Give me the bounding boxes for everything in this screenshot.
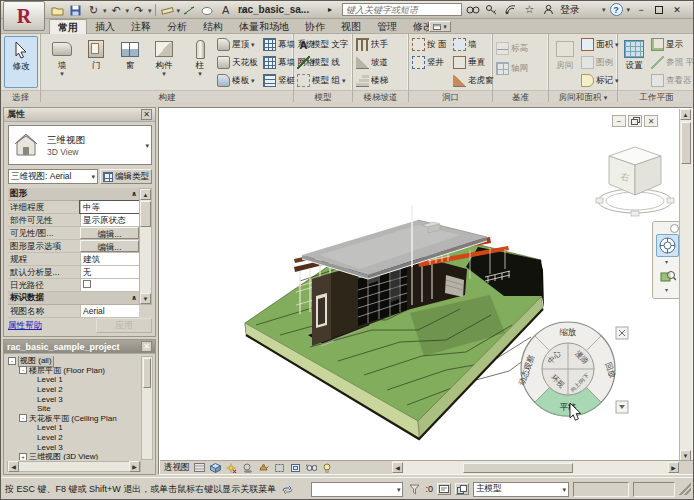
stair-button[interactable]: 楼梯: [356, 72, 388, 89]
panel-select-label[interactable]: 选择: [1, 90, 40, 102]
group-identity-data[interactable]: 标识数据∧: [8, 292, 139, 305]
tree-node-ceiling-level1[interactable]: Level 1: [7, 423, 141, 433]
workplane-set-button[interactable]: 设置: [619, 36, 649, 88]
selection-filter-icon[interactable]: [407, 483, 421, 495]
signin-dropdown-icon[interactable]: ▾: [602, 6, 606, 13]
properties-help-link[interactable]: 属性帮助: [8, 320, 42, 332]
model-text-button[interactable]: A 模型 文字: [297, 36, 348, 53]
grid-button[interactable]: 轴网: [496, 60, 528, 77]
ceiling-button[interactable]: 天花板: [217, 54, 258, 71]
visibility-edit-button[interactable]: 编辑...: [80, 227, 139, 239]
room-button[interactable]: 房间: [550, 36, 580, 88]
tree-node-level1[interactable]: Level 1: [7, 375, 141, 385]
temporary-hide-isolate-icon[interactable]: [305, 462, 318, 474]
scrollbar-thumb[interactable]: [140, 201, 151, 227]
rendering-dialog-icon[interactable]: [257, 462, 270, 474]
scroll-up-icon[interactable]: ▲: [680, 109, 691, 120]
model-canvas[interactable]: − ✕ 右: [160, 109, 680, 461]
tab-home[interactable]: 常用: [49, 19, 87, 34]
measure-icon[interactable]: [159, 3, 176, 18]
tab-massing-site[interactable]: 体量和场地: [231, 19, 297, 34]
reveal-hidden-icon[interactable]: [321, 462, 334, 474]
open-icon[interactable]: [49, 3, 66, 18]
level-button[interactable]: 标高: [496, 40, 528, 57]
tree-node-ceiling-level2[interactable]: Level 2: [7, 433, 141, 443]
undo-icon[interactable]: ↶: [108, 3, 125, 18]
undo-dropdown-icon[interactable]: ▾: [126, 7, 130, 14]
canvas-hscrollbar[interactable]: ◀ ▶: [392, 461, 679, 474]
tree-node-level3[interactable]: Level 3: [7, 394, 141, 404]
design-options-icon[interactable]: [455, 483, 469, 495]
component-button[interactable]: 构件▾: [147, 36, 181, 88]
tab-manage[interactable]: 管理: [369, 19, 405, 34]
redo-dropdown-icon[interactable]: ▾: [148, 7, 152, 14]
hscroll-thumb[interactable]: [463, 463, 573, 473]
browser-close-icon[interactable]: ✕: [141, 341, 152, 352]
text-icon[interactable]: A: [217, 3, 234, 18]
steering-wheel[interactable]: 缩放 动态观察 回放 平移 中心 漫游 环视 向上/向下: [518, 319, 634, 423]
opening-by-face-button[interactable]: 按 面: [412, 36, 446, 53]
properties-header[interactable]: 属性 ✕: [4, 108, 155, 122]
tab-annotate[interactable]: 注释: [123, 19, 159, 34]
canvas-vscrollbar[interactable]: ▲ ▼: [679, 109, 692, 461]
legend-button[interactable]: 图例: [581, 54, 613, 71]
viewer-button[interactable]: 查看器: [651, 72, 692, 89]
panel-datum-label[interactable]: 基准: [493, 90, 548, 102]
close-button[interactable]: ✕: [670, 3, 684, 16]
panel-circulation-label[interactable]: 楼梯坡道: [353, 90, 408, 102]
panel-work-plane-label[interactable]: 工作平面: [618, 90, 694, 102]
search-binoculars-icon[interactable]: [465, 3, 480, 17]
scroll-left-icon[interactable]: ◀: [392, 462, 403, 473]
aligned-dimension-icon[interactable]: [181, 3, 198, 18]
browser-hscrollbar[interactable]: ◀ ▶: [7, 461, 141, 472]
sign-in-label[interactable]: 登录: [560, 3, 580, 17]
view-scale-button[interactable]: 透视图: [164, 462, 190, 474]
minimize-button[interactable]: −: [634, 3, 648, 16]
edit-type-button[interactable]: 编辑类型: [100, 169, 152, 184]
help-dropdown-icon[interactable]: ▾: [627, 6, 631, 13]
modify-button[interactable]: 修改: [4, 36, 38, 88]
save-icon[interactable]: [67, 3, 84, 18]
analysis-display-value[interactable]: 无: [80, 266, 139, 278]
door-button[interactable]: 门: [79, 36, 113, 88]
tab-analyze[interactable]: 分析: [159, 19, 195, 34]
ramp-button[interactable]: 坡道: [356, 54, 388, 71]
wheel-menu-icon[interactable]: [616, 401, 628, 413]
tag-room-button[interactable]: 标记▾: [581, 72, 619, 89]
type-selector[interactable]: 三维视图 3D View ▾: [8, 125, 152, 165]
roof-button[interactable]: 屋顶▾: [217, 36, 255, 53]
zoom-dropdown-icon[interactable]: ▾: [665, 286, 668, 293]
maximize-button[interactable]: [652, 3, 666, 16]
measure-dropdown-icon[interactable]: ▾: [177, 7, 181, 14]
detail-level-value[interactable]: 中等: [80, 201, 139, 213]
view-minimize-icon[interactable]: −: [612, 115, 626, 127]
wall-button[interactable]: 墙▾: [45, 36, 79, 88]
sync-dropdown-icon[interactable]: ▾: [103, 7, 107, 14]
tree-node-ceiling-plan[interactable]: -天花板平面 (Ceiling Plan: [7, 414, 141, 424]
panel-room-area-label[interactable]: 房间和面积 ▾: [549, 90, 617, 102]
shadows-icon[interactable]: [241, 462, 254, 474]
show-crop-region-icon[interactable]: [289, 462, 302, 474]
application-menu-button[interactable]: R: [3, 1, 45, 31]
properties-scrollbar[interactable]: ▲ ▼: [139, 188, 152, 305]
ribbon-state-toggle[interactable]: ▾: [429, 21, 451, 32]
parts-visibility-value[interactable]: 显示原状态: [80, 214, 139, 226]
wheel-close-icon[interactable]: [616, 327, 628, 339]
model-group-button[interactable]: 模型 组▾: [297, 72, 345, 89]
worksharing-icon[interactable]: [280, 483, 294, 495]
tree-node-level2[interactable]: Level 2: [7, 385, 141, 395]
panel-build-label[interactable]: 构建: [41, 90, 293, 102]
navbar-collapse-icon[interactable]: [670, 224, 679, 233]
type-selector-dropdown-icon[interactable]: ▾: [145, 142, 149, 149]
view-name-value[interactable]: Aerial: [80, 305, 139, 317]
column-button[interactable]: 柱▾: [183, 36, 217, 88]
tree-node-3d-views[interactable]: +三维视图 (3D View): [7, 452, 141, 460]
viewcube[interactable]: 右: [590, 137, 680, 231]
crop-view-icon[interactable]: [273, 462, 286, 474]
subscription-key-icon[interactable]: [484, 3, 499, 17]
vertical-opening-button[interactable]: 垂直: [453, 54, 485, 71]
view-close-icon[interactable]: ✕: [644, 115, 658, 127]
scroll-down-icon[interactable]: ▼: [140, 293, 151, 304]
panel-model-label[interactable]: 模型: [294, 90, 352, 102]
vscroll-thumb[interactable]: [681, 122, 691, 164]
